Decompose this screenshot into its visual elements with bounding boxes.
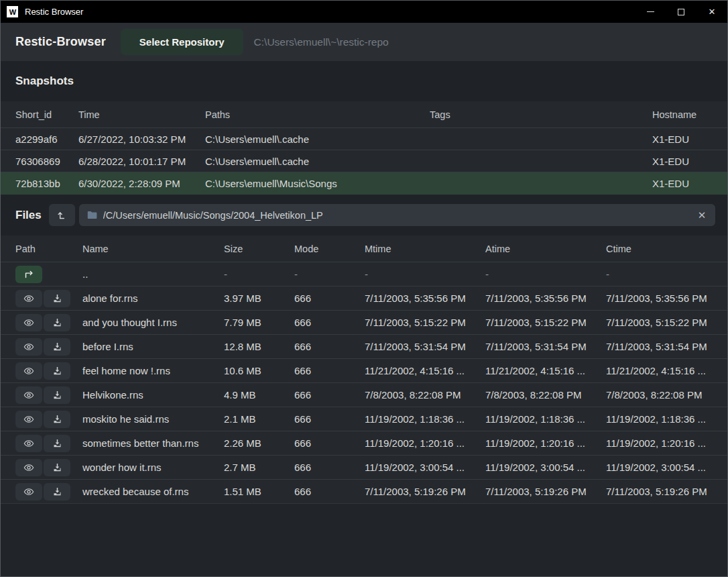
file-ctime: 7/8/2003, 8:22:08 PM (606, 389, 715, 401)
download-file-button[interactable] (44, 459, 70, 476)
clear-path-button[interactable]: ✕ (692, 206, 711, 224)
preview-file-button[interactable] (15, 386, 42, 404)
download-file-button[interactable] (44, 290, 70, 307)
close-button[interactable]: ✕ (696, 1, 727, 23)
preview-file-button[interactable] (15, 362, 42, 380)
download-icon (52, 342, 62, 352)
file-mode: 666 (294, 341, 365, 352)
file-mode: 666 (294, 293, 365, 304)
snapshot-paths: C:\Users\emuell\Music\Songs (205, 178, 430, 189)
minimize-button[interactable] (635, 1, 666, 23)
preview-file-button[interactable] (15, 314, 42, 331)
file-actions (15, 338, 82, 356)
file-mtime: 7/11/2003, 5:19:26 PM (365, 486, 485, 497)
snapshot-hostname: X1-EDU (652, 156, 715, 167)
eye-icon (23, 486, 35, 497)
download-file-button[interactable] (44, 314, 70, 331)
download-file-button[interactable] (44, 435, 70, 452)
file-size: 2.1 MB (224, 413, 294, 425)
download-file-button[interactable] (44, 386, 70, 404)
file-actions (15, 386, 82, 404)
snapshot-hostname: X1-EDU (652, 134, 715, 145)
file-name: wrecked because of.rns (82, 486, 224, 497)
go-to-parent-button[interactable] (15, 266, 42, 283)
file-size: 2.7 MB (224, 462, 294, 473)
snapshots-section-title: Snapshots (15, 74, 74, 88)
files-section-band: Files ✕ (1, 195, 727, 235)
maximize-icon (678, 9, 684, 15)
eye-icon (23, 438, 35, 449)
file-ctime: 7/11/2003, 5:15:22 PM (606, 317, 715, 328)
file-size: 2.26 MB (224, 437, 294, 449)
file-mtime: 11/19/2002, 3:00:54 ... (365, 462, 485, 473)
snapshot-row[interactable]: 763068696/28/2022, 10:01:17 PMC:\Users\e… (1, 150, 727, 172)
snapshot-row[interactable]: 72b813bb6/30/2022, 2:28:09 PMC:\Users\em… (1, 172, 727, 195)
file-row: moskito he said.rns2.1 MB66611/19/2002, … (1, 407, 727, 431)
snapshot-paths: C:\Users\emuell\.cache (205, 134, 430, 145)
eye-icon (23, 390, 35, 401)
file-size: 7.79 MB (224, 317, 294, 328)
file-mtime: 7/11/2003, 5:31:54 PM (365, 341, 485, 352)
file-name: feel home now !.rns (82, 365, 224, 376)
preview-file-button[interactable] (15, 290, 42, 307)
file-actions (15, 411, 82, 428)
file-name: wonder how it.rns (82, 462, 224, 473)
repository-path-text: C:\Users\emuell\~\restic-repo (254, 36, 389, 48)
eye-icon (23, 317, 35, 328)
preview-file-button[interactable] (15, 483, 42, 501)
preview-file-button[interactable] (15, 338, 42, 356)
parent-mode: - (294, 268, 365, 280)
files-col-header: Size (224, 244, 294, 254)
file-mtime: 7/11/2003, 5:35:56 PM (365, 293, 485, 304)
snapshots-table: Short_idTimePathsTagsHostname a2299af66/… (1, 101, 727, 195)
snapshot-time: 6/27/2022, 10:03:32 PM (78, 134, 205, 145)
file-name: Helvikone.rns (82, 389, 224, 401)
file-mtime: 7/11/2003, 5:15:22 PM (365, 317, 485, 328)
parent-ctime: - (606, 268, 715, 280)
goto-root-button[interactable] (49, 204, 75, 226)
files-col-header: Ctime (606, 244, 715, 254)
download-file-button[interactable] (44, 483, 70, 501)
file-name: moskito he said.rns (82, 413, 224, 425)
eye-icon (23, 293, 35, 304)
eye-icon (23, 414, 35, 425)
file-mtime: 7/8/2003, 8:22:08 PM (365, 389, 485, 401)
maximize-button[interactable] (666, 1, 696, 23)
download-icon (52, 390, 62, 400)
file-row: alone for.rns3.97 MB6667/11/2003, 5:35:5… (1, 286, 727, 311)
file-ctime: 7/11/2003, 5:19:26 PM (606, 486, 715, 497)
snapshot-paths: C:\Users\emuell\.cache (205, 156, 430, 167)
preview-file-button[interactable] (15, 459, 42, 476)
snapshot-row[interactable]: a2299af66/27/2022, 10:03:32 PMC:\Users\e… (1, 128, 727, 150)
file-actions (15, 362, 82, 380)
app-header: Restic-Browser Select Repository C:\User… (1, 23, 727, 61)
file-size: 12.8 MB (224, 341, 294, 352)
file-atime: 7/11/2003, 5:15:22 PM (485, 317, 606, 328)
snapshot-time: 6/30/2022, 2:28:09 PM (78, 178, 205, 189)
file-atime: 7/11/2003, 5:35:56 PM (485, 293, 606, 304)
arrow-up-then-right-icon (23, 269, 35, 279)
files-table-header: PathNameSizeModeMtimeAtimeCtime (1, 235, 727, 262)
download-file-button[interactable] (44, 338, 70, 356)
current-path-input[interactable] (79, 204, 715, 226)
file-atime: 11/19/2002, 3:00:54 ... (485, 462, 606, 473)
preview-file-button[interactable] (15, 411, 42, 428)
download-file-button[interactable] (44, 411, 70, 428)
file-actions (15, 459, 82, 476)
file-mode: 666 (294, 413, 365, 425)
file-atime: 11/19/2002, 1:18:36 ... (485, 413, 606, 425)
minimize-icon (647, 11, 654, 12)
preview-file-button[interactable] (15, 435, 42, 452)
file-ctime: 11/19/2002, 1:18:36 ... (606, 413, 715, 425)
file-mtime: 11/19/2002, 1:20:16 ... (365, 437, 485, 449)
file-atime: 11/19/2002, 1:20:16 ... (485, 437, 606, 449)
file-ctime: 7/11/2003, 5:35:56 PM (606, 293, 715, 304)
folder-icon (86, 209, 98, 221)
file-ctime: 11/19/2002, 3:00:54 ... (606, 462, 715, 473)
snapshots-col-header: Time (78, 109, 205, 120)
select-repository-button[interactable]: Select Repository (121, 29, 243, 55)
download-file-button[interactable] (44, 362, 70, 380)
snapshots-col-header: Short_id (15, 109, 78, 120)
files-col-header: Name (82, 244, 224, 254)
app-title: Restic-Browser (15, 35, 106, 49)
